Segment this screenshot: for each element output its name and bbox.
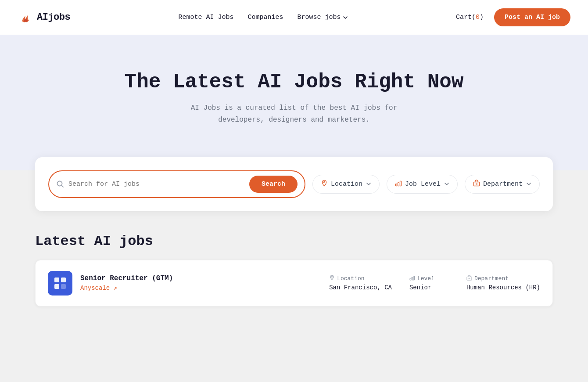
cart-link[interactable]: Cart(0) <box>456 14 484 21</box>
svg-point-1 <box>57 181 62 186</box>
search-icon <box>56 180 64 188</box>
job-level-label: Job Level <box>405 180 441 188</box>
location-label: Location <box>331 180 362 188</box>
level-meta-value: Senior <box>409 284 449 291</box>
svg-rect-8 <box>476 184 477 184</box>
logo-text: AIjobs <box>37 12 70 23</box>
svg-rect-5 <box>398 183 399 186</box>
location-chevron-icon <box>366 181 371 187</box>
location-meta-label: Location <box>337 275 364 282</box>
svg-rect-17 <box>467 277 472 281</box>
hero-subtitle: AI Jobs is a curated list of the best AI… <box>18 102 570 126</box>
department-label: Department <box>483 180 523 188</box>
location-meta-value: San Francisco, CA <box>329 284 392 291</box>
job-level-meta: Level Senior <box>409 275 449 291</box>
browse-jobs-label: Browse jobs <box>298 14 341 21</box>
department-meta-value: Human Resources (HR) <box>466 284 540 291</box>
svg-rect-14 <box>410 278 411 280</box>
department-meta-label: Department <box>474 275 509 282</box>
nav-links: Remote AI Jobs Companies Browse jobs <box>179 14 348 21</box>
hero-section: The Latest AI Jobs Right Now AI Jobs is … <box>0 35 588 170</box>
nav-companies[interactable]: Companies <box>248 14 283 21</box>
svg-rect-9 <box>54 277 59 282</box>
main-content: Latest AI jobs Senior Recruiter (GTM) An… <box>0 211 588 324</box>
job-level-chevron-icon <box>444 181 449 187</box>
svg-rect-11 <box>54 284 59 289</box>
company-logo <box>48 271 72 296</box>
svg-rect-10 <box>61 277 66 282</box>
department-chevron-icon <box>526 181 531 187</box>
department-icon <box>473 180 480 189</box>
job-right: Location San Francisco, CA Level Senior <box>329 275 540 291</box>
logo-icon <box>18 10 33 25</box>
chevron-down-icon <box>343 15 348 20</box>
job-department-meta: Department Human Resources (HR) <box>466 275 540 291</box>
logo-link[interactable]: AIjobs <box>18 10 70 25</box>
job-info: Senior Recruiter (GTM) Anyscale ↗ <box>80 274 173 292</box>
location-meta-icon <box>329 275 335 282</box>
svg-rect-12 <box>61 284 66 289</box>
navbar: AIjobs Remote AI Jobs Companies Browse j… <box>0 0 588 35</box>
job-card: Senior Recruiter (GTM) Anyscale ↗ Locati… <box>35 260 553 306</box>
department-dropdown[interactable]: Department <box>465 175 540 194</box>
location-dropdown[interactable]: Location <box>312 175 380 194</box>
nav-right: Cart(0) Post an AI job <box>456 8 570 26</box>
svg-rect-6 <box>400 181 401 186</box>
company-link[interactable]: Anyscale ↗ <box>80 285 117 292</box>
hero-title: The Latest AI Jobs Right Now <box>18 70 570 94</box>
company-logo-icon <box>53 276 67 290</box>
svg-rect-16 <box>413 276 415 281</box>
search-input[interactable] <box>68 180 245 188</box>
svg-line-2 <box>62 186 64 187</box>
svg-point-13 <box>331 276 332 277</box>
svg-point-3 <box>323 181 325 183</box>
level-meta-label: Level <box>417 275 434 282</box>
job-level-dropdown[interactable]: Job Level <box>387 175 458 194</box>
job-left: Senior Recruiter (GTM) Anyscale ↗ <box>48 271 173 296</box>
location-icon <box>321 180 328 189</box>
search-container: Search Location Job Lev <box>35 157 553 211</box>
svg-rect-15 <box>412 277 413 281</box>
department-meta-icon <box>466 275 472 282</box>
job-title: Senior Recruiter (GTM) <box>80 274 173 282</box>
level-meta-icon <box>409 275 415 282</box>
cart-label: Cart(0) <box>456 14 484 21</box>
nav-remote-ai-jobs[interactable]: Remote AI Jobs <box>179 14 234 21</box>
svg-rect-7 <box>473 182 479 186</box>
svg-rect-4 <box>395 184 397 186</box>
search-input-wrapper: Search <box>48 170 305 198</box>
cart-count: 0 <box>476 14 480 21</box>
nav-browse-jobs[interactable]: Browse jobs <box>298 14 348 21</box>
section-title: Latest AI jobs <box>35 233 553 249</box>
post-job-button[interactable]: Post an AI job <box>494 8 570 26</box>
svg-rect-18 <box>469 278 470 279</box>
job-location-meta: Location San Francisco, CA <box>329 275 392 291</box>
job-level-icon <box>395 180 402 189</box>
search-button[interactable]: Search <box>249 176 298 193</box>
